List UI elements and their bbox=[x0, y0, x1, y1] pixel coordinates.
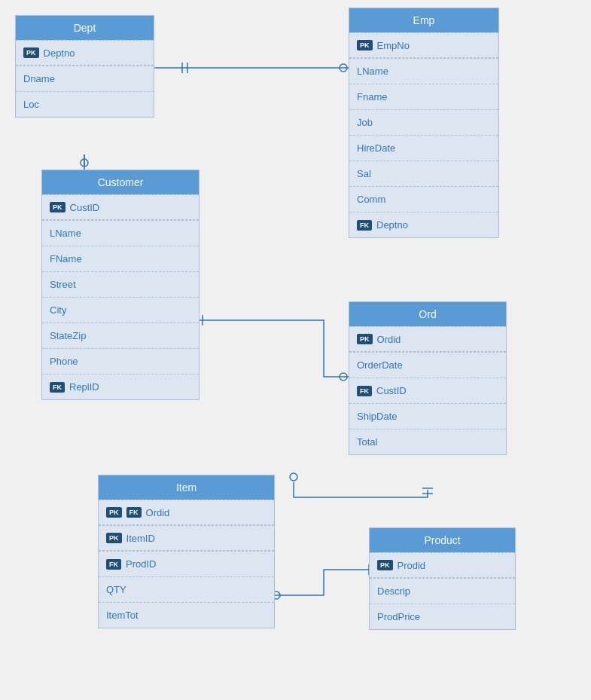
customer-table: Customer PK CustID LName FName Street Ci… bbox=[41, 170, 200, 400]
ord-ordid-field: Ordid bbox=[377, 334, 401, 345]
product-prodid-field: Prodid bbox=[398, 560, 426, 571]
emp-deptno-field: Deptno bbox=[376, 219, 408, 231]
item-itemtot-row: ItemTot bbox=[99, 602, 274, 628]
fk-badge: FK bbox=[357, 220, 372, 231]
customer-street-field: Street bbox=[50, 279, 76, 290]
dept-deptno-row: PK Deptno bbox=[16, 40, 154, 66]
item-prodid-field: ProdID bbox=[126, 558, 156, 570]
product-prodid-row: PK Prodid bbox=[370, 552, 515, 578]
product-table-header: Product bbox=[370, 528, 515, 552]
item-itemid-row: PK ItemID bbox=[99, 525, 274, 551]
ord-custid-field: CustID bbox=[376, 385, 407, 396]
er-diagram: Dept PK Deptno Dname Loc Emp PK EmpNo LN… bbox=[0, 0, 591, 700]
svg-point-9 bbox=[340, 373, 347, 381]
ord-custid-row: FK CustID bbox=[349, 378, 506, 403]
ord-orderdate-field: OrderDate bbox=[357, 359, 403, 371]
dept-table-header: Dept bbox=[16, 16, 154, 40]
product-prodprice-row: ProdPrice bbox=[370, 604, 515, 629]
emp-table-header: Emp bbox=[349, 8, 498, 32]
svg-point-3 bbox=[340, 64, 347, 72]
item-ordid-row: PK FK Ordid bbox=[99, 500, 274, 525]
item-qty-row: QTY bbox=[99, 576, 274, 602]
ord-shipdate-field: ShipDate bbox=[357, 411, 397, 422]
item-itemtot-field: ItemTot bbox=[106, 610, 139, 621]
customer-city-row: City bbox=[42, 297, 199, 322]
customer-lname-field: LName bbox=[50, 228, 81, 239]
emp-comm-field: Comm bbox=[357, 194, 385, 205]
product-descrip-field: Descrip bbox=[377, 585, 410, 597]
emp-deptno-row: FK Deptno bbox=[349, 212, 498, 237]
fk-badge: FK bbox=[50, 382, 65, 393]
ord-table: Ord PK Ordid OrderDate FK CustID ShipDat… bbox=[349, 301, 507, 455]
customer-lname-row: LName bbox=[42, 220, 199, 246]
item-table-header: Item bbox=[99, 475, 274, 500]
customer-street-row: Street bbox=[42, 271, 199, 297]
item-prodid-row: FK ProdID bbox=[99, 551, 274, 576]
ord-total-row: Total bbox=[349, 429, 506, 454]
customer-replid-field: ReplID bbox=[69, 381, 99, 393]
ord-shipdate-row: ShipDate bbox=[349, 403, 506, 429]
customer-table-header: Customer bbox=[42, 170, 199, 194]
emp-job-row: Job bbox=[349, 109, 498, 135]
customer-city-field: City bbox=[50, 304, 66, 316]
emp-hiredate-field: HireDate bbox=[357, 142, 395, 154]
pk-badge: PK bbox=[50, 202, 65, 212]
emp-empno-field: EmpNo bbox=[377, 40, 410, 51]
dept-loc-field: Loc bbox=[23, 99, 39, 110]
product-descrip-row: Descrip bbox=[370, 578, 515, 604]
emp-hiredate-row: HireDate bbox=[349, 135, 498, 160]
emp-lname-field: LName bbox=[357, 66, 388, 77]
ord-table-header: Ord bbox=[349, 302, 506, 326]
fk-badge: FK bbox=[126, 507, 142, 518]
customer-phone-field: Phone bbox=[50, 356, 78, 367]
customer-custid-row: PK CustID bbox=[42, 194, 199, 220]
pk-badge: PK bbox=[377, 560, 393, 570]
svg-point-6 bbox=[81, 159, 88, 167]
fk-badge: FK bbox=[106, 559, 121, 570]
item-ordid-field: Ordid bbox=[146, 507, 170, 518]
ord-ordid-row: PK Ordid bbox=[349, 326, 506, 352]
item-table: Item PK FK Ordid PK ItemID FK ProdID QTY… bbox=[98, 475, 275, 628]
ord-orderdate-row: OrderDate bbox=[349, 352, 506, 378]
item-itemid-field: ItemID bbox=[126, 533, 155, 544]
pk-badge: PK bbox=[106, 533, 122, 543]
dept-deptno-field: Deptno bbox=[44, 47, 75, 59]
customer-custid-field: CustID bbox=[70, 202, 100, 213]
customer-statezip-field: StateZip bbox=[50, 330, 86, 341]
customer-fname-field: FName bbox=[50, 253, 82, 264]
emp-sal-field: Sal bbox=[357, 168, 371, 179]
emp-empno-row: PK EmpNo bbox=[349, 32, 498, 58]
customer-statezip-row: StateZip bbox=[42, 322, 199, 348]
pk-badge: PK bbox=[106, 507, 122, 518]
pk-badge: PK bbox=[357, 40, 373, 50]
emp-job-field: Job bbox=[357, 117, 373, 128]
emp-lname-row: LName bbox=[349, 58, 498, 84]
dept-loc-row: Loc bbox=[16, 91, 154, 117]
customer-replid-row: FK ReplID bbox=[42, 374, 199, 399]
emp-comm-row: Comm bbox=[349, 186, 498, 212]
dept-dname-field: Dname bbox=[23, 73, 55, 84]
pk-badge: PK bbox=[23, 47, 39, 58]
customer-phone-row: Phone bbox=[42, 348, 199, 374]
emp-table: Emp PK EmpNo LName Fname Job HireDate Sa… bbox=[349, 8, 499, 238]
product-table: Product PK Prodid Descrip ProdPrice bbox=[369, 527, 516, 630]
fk-badge: FK bbox=[357, 386, 372, 396]
item-qty-field: QTY bbox=[106, 584, 126, 595]
dept-dname-row: Dname bbox=[16, 66, 154, 91]
dept-table: Dept PK Deptno Dname Loc bbox=[15, 15, 154, 118]
svg-point-12 bbox=[290, 473, 297, 481]
ord-total-field: Total bbox=[357, 436, 377, 448]
customer-fname-row: FName bbox=[42, 246, 199, 271]
emp-fname-row: Fname bbox=[349, 84, 498, 109]
product-prodprice-field: ProdPrice bbox=[377, 611, 420, 622]
emp-sal-row: Sal bbox=[349, 160, 498, 186]
emp-fname-field: Fname bbox=[357, 91, 387, 102]
pk-badge: PK bbox=[357, 334, 373, 344]
